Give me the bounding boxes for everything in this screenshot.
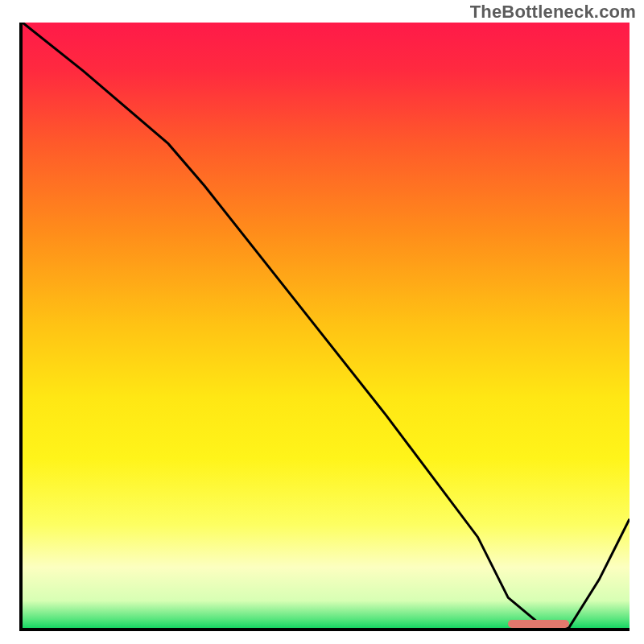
plot-area <box>23 23 630 628</box>
chart-frame: TheBottleneck.com <box>0 0 644 644</box>
x-axis <box>19 628 630 631</box>
plot-outer <box>19 23 630 631</box>
watermark-text: TheBottleneck.com <box>470 2 636 23</box>
optimal-range-marker <box>508 620 568 628</box>
curve-layer <box>23 23 630 628</box>
bottleneck-curve <box>23 23 630 628</box>
